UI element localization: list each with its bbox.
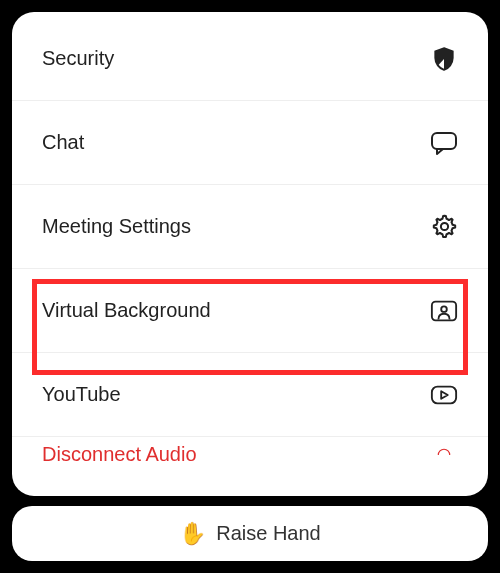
svg-rect-5 [432,386,456,403]
gear-icon [430,213,458,241]
raise-hand-button[interactable]: ✋ Raise Hand [12,506,488,561]
menu-item-disconnect-audio[interactable]: Disconnect Audio [12,437,488,475]
menu-label: Security [42,47,114,70]
menu-label: Virtual Background [42,299,211,322]
menu-item-security[interactable]: Security [12,17,488,101]
menu-item-chat[interactable]: Chat [12,101,488,185]
svg-point-2 [440,223,447,230]
menu-item-youtube[interactable]: YouTube [12,353,488,437]
raise-hand-icon: ✋ [179,523,206,545]
action-sheet: Security Chat [12,12,488,496]
chat-icon [430,129,458,157]
menu-label: Disconnect Audio [42,443,197,466]
menu-item-meeting-settings[interactable]: Meeting Settings [12,185,488,269]
person-frame-icon [430,297,458,325]
disconnect-icon [430,441,458,469]
menu-item-virtual-background[interactable]: Virtual Background [12,269,488,353]
svg-rect-1 [432,133,456,149]
youtube-icon [430,381,458,409]
menu-label: Chat [42,131,84,154]
menu-list: Security Chat [12,12,488,496]
svg-point-4 [441,306,447,312]
raise-hand-label: Raise Hand [216,522,321,545]
menu-label: YouTube [42,383,121,406]
menu-label: Meeting Settings [42,215,191,238]
shield-icon [430,45,458,73]
